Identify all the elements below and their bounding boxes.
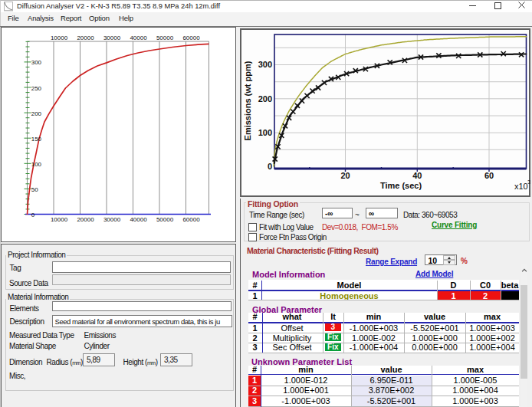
- svg-text:300: 300: [258, 60, 272, 69]
- svg-text:200: 200: [31, 110, 42, 117]
- svg-text:x10: x10: [514, 182, 528, 191]
- svg-text:Time (sec): Time (sec): [380, 181, 422, 190]
- svg-text:150: 150: [31, 136, 42, 143]
- svg-text:30000: 30000: [103, 216, 121, 223]
- svg-text:0: 0: [268, 162, 272, 171]
- svg-text:50000: 50000: [156, 216, 174, 223]
- svg-text:60000: 60000: [182, 34, 200, 41]
- svg-text:10000: 10000: [51, 216, 68, 223]
- svg-text:0: 0: [31, 212, 35, 218]
- svg-text:200: 200: [258, 94, 272, 103]
- svg-text:20000: 20000: [77, 34, 94, 41]
- svg-text:40000: 40000: [130, 216, 147, 223]
- svg-text:40: 40: [412, 171, 422, 180]
- svg-text:30000: 30000: [103, 34, 121, 41]
- svg-text:40000: 40000: [130, 34, 147, 41]
- svg-text:50: 50: [31, 186, 38, 193]
- svg-text:Emissions (wt ppm): Emissions (wt ppm): [243, 61, 252, 140]
- svg-text:60000: 60000: [182, 216, 200, 223]
- svg-text:20: 20: [340, 171, 350, 180]
- svg-text:20000: 20000: [77, 216, 94, 223]
- svg-text:100: 100: [31, 161, 42, 168]
- svg-text:100: 100: [258, 128, 272, 137]
- svg-text:60: 60: [484, 171, 494, 180]
- svg-text:10000: 10000: [51, 34, 68, 41]
- svg-text:250: 250: [31, 85, 42, 92]
- svg-text:300: 300: [31, 59, 42, 66]
- svg-text:50000: 50000: [156, 34, 174, 41]
- svg-text:3: 3: [527, 179, 530, 185]
